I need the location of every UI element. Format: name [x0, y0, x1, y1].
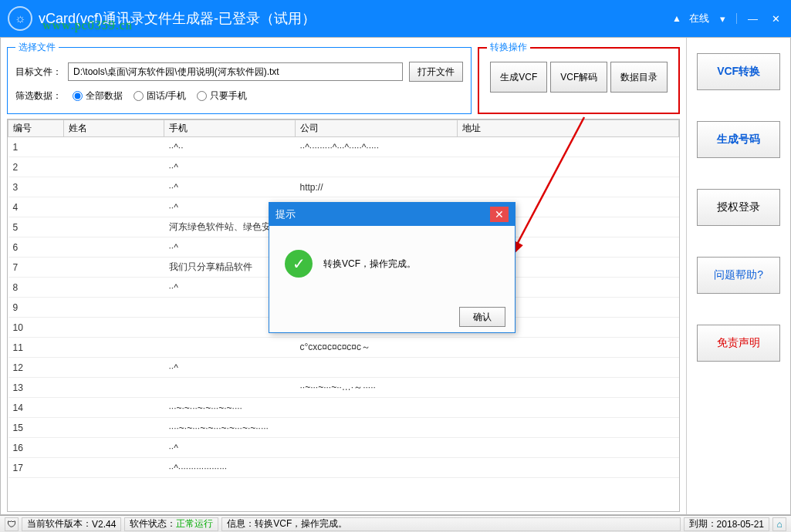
col-address[interactable]: 地址 [458, 120, 679, 137]
vcf-convert-button[interactable]: VCF转换 [697, 53, 780, 90]
watermark-text: www.pc0359.cn [42, 19, 133, 32]
message-dialog: 提示 ✕ ✓ 转换VCF，操作完成。 确认 [269, 202, 516, 333]
radio-mobile-only[interactable]: 只要手机 [197, 89, 247, 103]
table-row[interactable]: 17··^··················· [8, 458, 679, 478]
select-file-panel: 选择文件 目标文件： 打开文件 筛选数据： 全部数据 固话/手机 只要手机 [7, 41, 472, 114]
dialog-message: 转换VCF，操作完成。 [323, 258, 416, 271]
home-icon[interactable]: ⌂ [772, 517, 786, 531]
open-file-button[interactable]: 打开文件 [409, 62, 463, 82]
help-button[interactable]: 问题帮助? [697, 257, 780, 294]
convert-ops-panel: 转换操作 生成VCF VCF解码 数据目录 [478, 41, 680, 114]
table-row[interactable]: 1··^····^·········^···^·····^····· [8, 137, 679, 157]
version-cell: 当前软件版本：V2.44 [22, 517, 121, 531]
user-icon: ▲ [672, 13, 681, 24]
dialog-ok-button[interactable]: 确认 [459, 307, 505, 327]
col-index[interactable]: 编号 [8, 120, 64, 137]
table-row[interactable]: 11c°cxc¤c¤c¤c¤c～ [8, 338, 679, 358]
status-icon: 🛡 [5, 517, 19, 531]
sidebar: VCF转换 生成号码 授权登录 问题帮助? 免责声明 [686, 38, 790, 514]
dropdown-icon[interactable]: ▾ [717, 12, 728, 26]
filter-label: 筛选数据： [15, 89, 62, 103]
table-row[interactable]: 12··^ [8, 358, 679, 378]
table-row[interactable]: 13··~···~···~··…·～····· [8, 378, 679, 398]
target-file-input[interactable] [68, 62, 403, 81]
col-name[interactable]: 姓名 [64, 120, 164, 137]
auth-login-button[interactable]: 授权登录 [697, 189, 780, 226]
info-cell: 信息：转换VCF，操作完成。 [221, 517, 680, 531]
decode-vcf-button[interactable]: VCF解码 [550, 62, 607, 93]
dialog-close-button[interactable]: ✕ [490, 207, 509, 222]
select-file-legend: 选择文件 [15, 41, 59, 54]
table-row[interactable]: 3··^http:// [8, 177, 679, 197]
table-row[interactable]: 2··^ [8, 157, 679, 177]
close-button[interactable]: ✕ [769, 12, 783, 26]
generate-numbers-button[interactable]: 生成号码 [697, 121, 780, 158]
statusbar: 🛡 当前软件版本：V2.44 软件状态：正常运行 信息：转换VCF，操作完成。 … [0, 515, 791, 532]
online-status: 在线 [689, 12, 709, 25]
generate-vcf-button[interactable]: 生成VCF [490, 62, 547, 93]
col-company[interactable]: 公司 [296, 120, 458, 137]
minimize-button[interactable]: — [745, 12, 761, 26]
disclaimer-button[interactable]: 免责声明 [697, 325, 780, 362]
table-row[interactable]: 15····~·~···~·~···~·~···~·~····· [8, 418, 679, 438]
table-row[interactable]: 14···~·~···~·~···~·~···· [8, 398, 679, 418]
radio-all[interactable]: 全部数据 [73, 89, 123, 103]
col-phone[interactable]: 手机 [164, 120, 296, 137]
expiry-cell: 到期：2018-05-21 [684, 517, 769, 531]
radio-tel-mobile[interactable]: 固话/手机 [134, 89, 186, 103]
target-file-label: 目标文件： [15, 66, 62, 79]
app-icon: ☼ [8, 6, 32, 31]
convert-ops-legend: 转换操作 [487, 41, 530, 54]
table-row[interactable]: 16··^ [8, 438, 679, 458]
status-cell: 软件状态：正常运行 [124, 517, 218, 531]
dialog-title: 提示 [275, 207, 296, 221]
data-directory-button[interactable]: 数据目录 [610, 62, 668, 93]
success-icon: ✓ [285, 250, 313, 278]
